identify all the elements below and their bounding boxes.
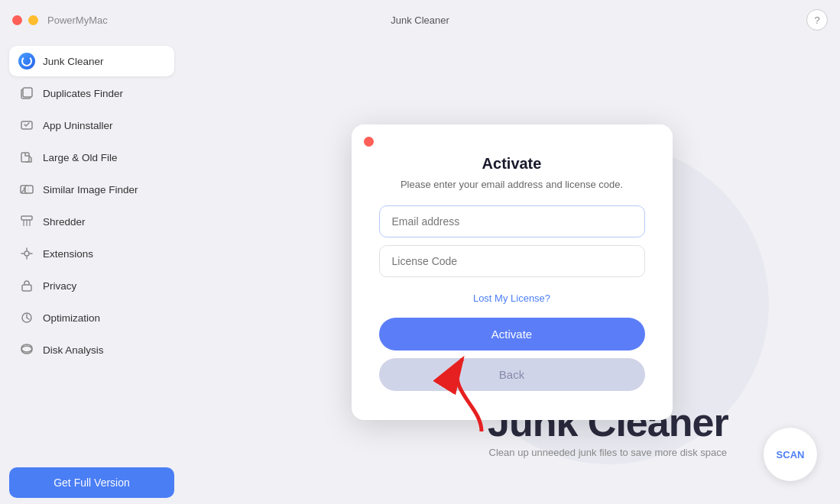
svg-rect-9 <box>22 285 31 291</box>
sidebar-item-privacy[interactable]: Privacy <box>9 270 174 301</box>
large-old-file-icon <box>18 149 35 166</box>
sidebar-item-optimization[interactable]: Optimization <box>9 302 174 333</box>
email-input[interactable] <box>379 205 645 237</box>
sidebar-item-label: Similar Image Finder <box>43 184 138 195</box>
sidebar-item-label: Duplicates Finder <box>43 88 123 99</box>
sidebar-item-junk-cleaner[interactable]: Junk Cleaner <box>9 46 174 76</box>
activate-modal: Activate Please enter your email address… <box>352 124 673 420</box>
sidebar-item-duplicates-finder[interactable]: Duplicates Finder <box>9 78 174 108</box>
close-button[interactable] <box>12 15 22 25</box>
sidebar-item-shredder[interactable]: Shredder <box>9 206 174 237</box>
back-button[interactable]: Back <box>379 358 645 391</box>
similar-image-icon <box>18 181 35 198</box>
app-brand-label: PowerMyMac <box>47 15 108 26</box>
disk-analysis-icon <box>18 341 35 358</box>
sidebar-item-label: Shredder <box>43 216 86 228</box>
modal-subtitle: Please enter your email address and lice… <box>379 179 645 190</box>
lost-license-link[interactable]: Lost My License? <box>379 292 645 304</box>
traffic-lights <box>12 15 38 25</box>
page-title: Junk Cleaner <box>391 15 449 26</box>
sidebar-item-similar-image[interactable]: Similar Image Finder <box>9 174 174 205</box>
license-code-input[interactable] <box>379 245 645 277</box>
get-full-version-button[interactable]: Get Full Version <box>9 467 174 498</box>
modal-overlay: Activate Please enter your email address… <box>183 40 840 504</box>
svg-rect-7 <box>21 216 32 220</box>
sidebar-item-app-uninstaller[interactable]: App Uninstaller <box>9 110 174 141</box>
sidebar-item-label: App Uninstaller <box>43 120 113 131</box>
modal-title: Activate <box>379 155 645 173</box>
svg-rect-1 <box>23 88 32 97</box>
sidebar-item-label: Junk Cleaner <box>43 56 104 67</box>
sidebar-item-label: Extensions <box>43 248 93 260</box>
sidebar-item-label: Optimization <box>43 312 100 324</box>
extensions-icon <box>18 245 35 262</box>
sidebar-item-disk-analysis[interactable]: Disk Analysis <box>9 334 174 365</box>
privacy-icon <box>18 277 35 294</box>
svg-point-6 <box>24 188 26 190</box>
sidebar-item-extensions[interactable]: Extensions <box>9 238 174 269</box>
sidebar: Junk Cleaner Duplicates Finder App Unins… <box>0 40 183 504</box>
sidebar-item-label: Disk Analysis <box>43 344 104 356</box>
sidebar-item-label: Large & Old File <box>43 152 118 163</box>
app-uninstaller-icon <box>18 117 35 134</box>
sidebar-item-label: Privacy <box>43 280 76 292</box>
duplicates-icon <box>18 85 35 102</box>
junk-cleaner-icon <box>18 53 35 69</box>
help-button[interactable]: ? <box>806 9 828 31</box>
optimization-icon <box>18 309 35 326</box>
shredder-icon <box>18 213 35 230</box>
modal-close-button[interactable] <box>364 137 374 147</box>
minimize-button[interactable] <box>28 15 38 25</box>
content-area: Junk Cleaner Clean up unneeded junk file… <box>183 40 840 504</box>
sidebar-item-large-old-file[interactable]: Large & Old File <box>9 142 174 173</box>
svg-point-8 <box>24 251 29 256</box>
activate-button[interactable]: Activate <box>379 318 645 351</box>
title-bar: PowerMyMac Junk Cleaner ? <box>0 0 840 40</box>
svg-rect-5 <box>25 186 33 193</box>
main-layout: Junk Cleaner Duplicates Finder App Unins… <box>0 40 840 504</box>
